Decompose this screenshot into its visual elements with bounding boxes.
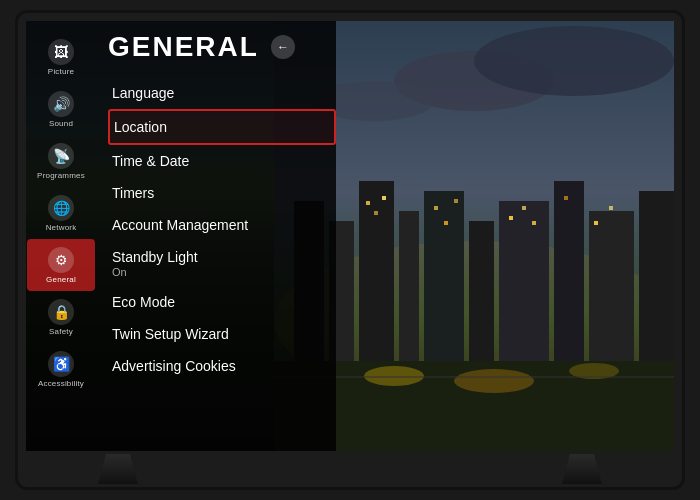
sidebar-label-sound: Sound <box>49 119 73 128</box>
menu-label-language: Language <box>112 85 326 101</box>
tv-screen: 🖼 Picture 🔊 Sound 📡 Programmes 🌐 Network… <box>26 21 674 451</box>
menu-sublabel-standby-light: On <box>112 266 326 278</box>
svg-point-2 <box>474 26 674 96</box>
svg-rect-16 <box>374 211 378 215</box>
menu-label-twin-setup-wizard: Twin Setup Wizard <box>112 326 326 342</box>
general-icon: ⚙ <box>48 247 74 273</box>
picture-icon: 🖼 <box>48 39 74 65</box>
stand-leg-right <box>562 454 602 484</box>
menu-label-eco-mode: Eco Mode <box>112 294 326 310</box>
menu-item-twin-setup-wizard[interactable]: Twin Setup Wizard <box>108 318 336 350</box>
svg-rect-21 <box>509 216 513 220</box>
main-content: GENERAL ← Language Location Time & Date … <box>96 21 336 451</box>
svg-rect-17 <box>382 196 386 200</box>
menu-item-timers[interactable]: Timers <box>108 177 336 209</box>
sidebar-label-programmes: Programmes <box>37 171 85 180</box>
sidebar-label-safety: Safety <box>49 327 73 336</box>
menu-label-location: Location <box>114 119 324 135</box>
menu-label-account-management: Account Management <box>112 217 326 233</box>
tv-frame: 🖼 Picture 🔊 Sound 📡 Programmes 🌐 Network… <box>15 10 685 490</box>
back-button[interactable]: ← <box>271 35 295 59</box>
stand-leg-left <box>98 454 138 484</box>
tv-stand <box>18 454 682 484</box>
sidebar-item-accessibility[interactable]: ♿ Accessibility <box>27 343 95 395</box>
sidebar-item-general[interactable]: ⚙ General <box>27 239 95 291</box>
network-icon: 🌐 <box>48 195 74 221</box>
menu-label-time-date: Time & Date <box>112 153 326 169</box>
back-icon: ← <box>277 40 289 54</box>
svg-rect-19 <box>444 221 448 225</box>
sidebar-label-picture: Picture <box>48 67 74 76</box>
svg-rect-20 <box>454 199 458 203</box>
sidebar-label-network: Network <box>46 223 77 232</box>
svg-rect-26 <box>609 206 613 210</box>
section-header: GENERAL ← <box>108 31 336 63</box>
sidebar-label-accessibility: Accessibility <box>38 379 84 388</box>
sidebar-item-safety[interactable]: 🔒 Safety <box>27 291 95 343</box>
svg-rect-24 <box>564 196 568 200</box>
menu-item-time-date[interactable]: Time & Date <box>108 145 336 177</box>
settings-menu: Language Location Time & Date Timers Acc… <box>108 77 336 382</box>
svg-rect-25 <box>594 221 598 225</box>
menu-label-advertising-cookies: Advertising Cookies <box>112 358 326 374</box>
sidebar-item-sound[interactable]: 🔊 Sound <box>27 83 95 135</box>
sidebar-item-network[interactable]: 🌐 Network <box>27 187 95 239</box>
menu-item-location[interactable]: Location <box>108 109 336 145</box>
menu-label-standby-light: Standby Light <box>112 249 326 265</box>
sidebar-item-picture[interactable]: 🖼 Picture <box>27 31 95 83</box>
sidebar-item-programmes[interactable]: 📡 Programmes <box>27 135 95 187</box>
svg-rect-15 <box>366 201 370 205</box>
section-title: GENERAL <box>108 31 259 63</box>
programmes-icon: 📡 <box>48 143 74 169</box>
svg-point-29 <box>454 369 534 393</box>
svg-rect-18 <box>434 206 438 210</box>
svg-rect-22 <box>522 206 526 210</box>
sidebar: 🖼 Picture 🔊 Sound 📡 Programmes 🌐 Network… <box>26 21 96 451</box>
menu-item-language[interactable]: Language <box>108 77 336 109</box>
accessibility-icon: ♿ <box>48 351 74 377</box>
menu-label-timers: Timers <box>112 185 326 201</box>
menu-item-eco-mode[interactable]: Eco Mode <box>108 286 336 318</box>
sidebar-label-general: General <box>46 275 76 284</box>
menu-item-advertising-cookies[interactable]: Advertising Cookies <box>108 350 336 382</box>
menu-item-account-management[interactable]: Account Management <box>108 209 336 241</box>
menu-item-standby-light[interactable]: Standby Light On <box>108 241 336 286</box>
svg-rect-23 <box>532 221 536 225</box>
sound-icon: 🔊 <box>48 91 74 117</box>
safety-icon: 🔒 <box>48 299 74 325</box>
